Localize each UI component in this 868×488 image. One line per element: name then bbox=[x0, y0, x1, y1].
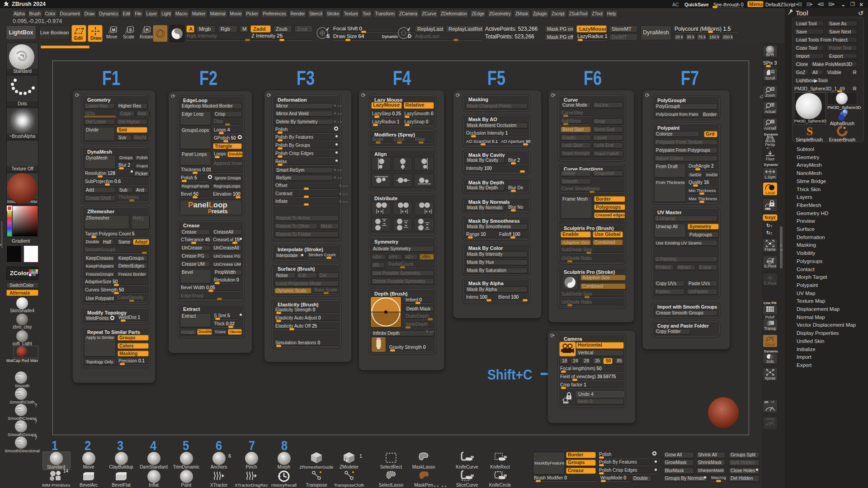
svg-text:M: M bbox=[112, 27, 116, 32]
svg-text:D: D bbox=[408, 33, 411, 39]
svg-text:S: S bbox=[326, 33, 330, 39]
svg-text:S: S bbox=[129, 27, 132, 32]
svg-text:S: S bbox=[807, 125, 813, 137]
svg-text:1:1: 1:1 bbox=[771, 104, 775, 107]
svg-text:R: R bbox=[146, 27, 149, 32]
